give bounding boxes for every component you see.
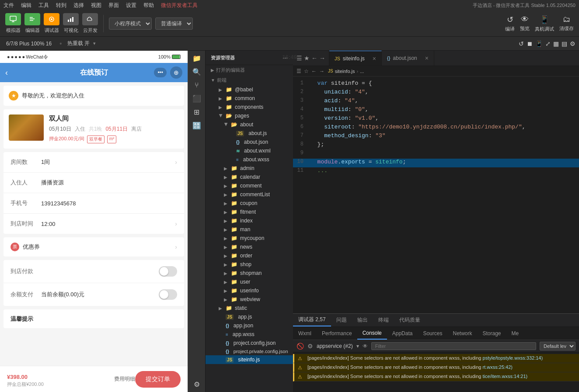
menu-interface[interactable]: 界面 [108, 2, 119, 9]
console-level-select[interactable]: Default lev [540, 342, 576, 350]
bc-bookmark-icon[interactable]: ☆ [304, 68, 309, 74]
debugger-btn[interactable]: 调试器 [44, 13, 59, 34]
tab-menu-icon[interactable]: ☰ [296, 55, 302, 62]
real-device-btn[interactable]: 📱 真机调试 [535, 15, 554, 32]
code-editor[interactable]: 1 var siteinfo = { 2 uniacid: "4", 3 aci… [293, 76, 579, 313]
split-icon[interactable]: ▤ [562, 40, 567, 47]
devtools-me[interactable]: Me [506, 327, 524, 340]
folder-comment[interactable]: ▶ 📁 comment [206, 181, 293, 190]
console-settings-icon[interactable]: ⚙ [307, 343, 313, 350]
devtools-sources[interactable]: Sources [418, 327, 447, 340]
cloud-btn[interactable]: 云开发 [82, 13, 98, 34]
room-count-row[interactable]: 房间数 1间 › [3, 152, 184, 173]
bc-menu-icon[interactable]: ☰ [296, 68, 301, 74]
hotel-payment-toggle[interactable] [159, 266, 177, 277]
folder-admin[interactable]: ▶ 📁 admin [206, 164, 293, 173]
tab-siteinfo-close[interactable]: × [373, 55, 376, 62]
expand-icon[interactable]: ⤢ [545, 40, 551, 47]
submit-btn[interactable]: 提交订单 [135, 371, 181, 388]
file-project-private[interactable]: ▶ {} project.private.config.json [206, 347, 293, 355]
menu-view[interactable]: 视图 [91, 2, 101, 9]
layout-icon[interactable]: ▦ [553, 40, 559, 47]
tab-terminal[interactable]: 终端 [373, 314, 394, 326]
file-app-wxss[interactable]: ▶ ≡ app.wxss [206, 330, 293, 339]
home-btn[interactable]: ⊕ [170, 66, 182, 79]
tab-pin-icon[interactable]: ★ [304, 55, 310, 62]
folder-shopman[interactable]: ▶ 📁 shopman [206, 269, 293, 278]
folder-news[interactable]: ▶ 📁 news [206, 243, 293, 251]
bc-dots[interactable]: ... [360, 69, 364, 74]
devtools-console[interactable]: Console [357, 327, 387, 340]
search-activity-icon[interactable]: 🔍 [192, 68, 201, 76]
folder-components[interactable]: ▶ 📁 components [206, 103, 293, 111]
folder-shop[interactable]: ▶ 📁 shop [206, 260, 293, 269]
preview-btn[interactable]: 👁 预览 [520, 15, 530, 32]
menu-tools[interactable]: 工具 [38, 2, 49, 9]
bc-forward-icon[interactable]: → [319, 68, 324, 74]
console-link-1[interactable]: pstyle/topstyle.wxss:332:14) [483, 355, 543, 361]
folder-fitment[interactable]: ▶ 📁 fitment [206, 208, 293, 216]
back-btn[interactable]: ‹ [5, 68, 8, 77]
folder-static[interactable]: ▶ 📁 static [206, 304, 293, 312]
file-app-json[interactable]: ▶ {} app.json [206, 321, 293, 330]
clear-cache-btn[interactable]: 🗂 清缓存 [559, 15, 574, 32]
folder-common[interactable]: ▶ 📁 common [206, 94, 293, 103]
menu-edit[interactable]: 编辑 [21, 2, 31, 9]
file-project-config[interactable]: ▶ {} project.config.json [206, 339, 293, 347]
folder-commentlist[interactable]: ▶ 📁 commentList [206, 190, 293, 199]
tab-output[interactable]: 输出 [352, 314, 373, 326]
file-about-json[interactable]: ▶ {} about.json [206, 138, 293, 146]
git-icon[interactable]: ⑂ [195, 81, 199, 89]
file-app-js[interactable]: ▶ JS app.js [206, 312, 293, 321]
simulator-btn[interactable]: 模拟器 [5, 13, 21, 34]
tab-siteinfo[interactable]: JS siteinfo.js × [329, 51, 382, 66]
bc-back-icon[interactable]: ← [311, 68, 317, 74]
menu-file[interactable]: 文件 [3, 2, 14, 9]
menu-wechat[interactable]: 微信开发者工具 [161, 2, 198, 9]
arrival-time-row[interactable]: 到店时间 12:00 › [3, 214, 184, 234]
tab-code-quality[interactable]: 代码质量 [394, 314, 426, 326]
root-section[interactable]: ▼ 前端 [206, 75, 293, 85]
tab-about-json[interactable]: {} about.json × [382, 51, 434, 66]
hot-reload-arrow[interactable]: ▾ [93, 41, 96, 46]
tab-problems[interactable]: 问题 [331, 314, 352, 326]
tab-nav-back[interactable]: ← [311, 55, 317, 62]
stop-icon[interactable]: ⏹ [527, 40, 533, 47]
dots-icon[interactable]: ⚙ [570, 40, 576, 47]
file-about-wxml[interactable]: ▶ ≋ about.wxml [206, 146, 293, 155]
devtools-performance[interactable]: Performance [317, 327, 357, 340]
balance-payment-toggle[interactable] [159, 289, 177, 300]
tab-about-json-close[interactable]: × [425, 55, 429, 62]
folder-order[interactable]: ▶ 📁 order [206, 251, 293, 260]
console-eye-icon[interactable]: 👁 [363, 343, 368, 349]
device-icon[interactable]: 📱 [535, 40, 543, 47]
devtools-storage[interactable]: Storage [477, 327, 506, 340]
tab-debugger[interactable]: 调试器 2,57 [293, 314, 331, 326]
devtools-appdata[interactable]: AppData [387, 327, 418, 340]
terminal-icon[interactable]: ⬛ [192, 94, 201, 103]
editor-btn[interactable]: 编辑器 [24, 13, 40, 34]
folder-user[interactable]: ▶ 📁 user [206, 278, 293, 286]
folder-pages[interactable]: ▶ 📂 pages [206, 111, 293, 120]
folder-coupon[interactable]: ▶ 📁 coupon [206, 199, 293, 208]
folder-babel[interactable]: ▶ 📁 @babel [206, 85, 293, 94]
folder-webview[interactable]: ▶ 📁 webview [206, 295, 293, 304]
menu-select[interactable]: 选择 [73, 2, 84, 9]
refresh-icon[interactable]: ↺ [519, 40, 524, 47]
open-editors-section[interactable]: ▶ 打开的编辑器 [206, 65, 293, 75]
menu-help[interactable]: 帮助 [143, 2, 154, 9]
file-about-js[interactable]: ▶ JS about.js [206, 129, 293, 138]
tab-nav-forward[interactable]: → [319, 55, 325, 62]
menu-goto[interactable]: 转到 [56, 2, 66, 9]
appservice-arrow[interactable]: ▾ [356, 343, 359, 349]
folder-man[interactable]: ▶ 📁 man [206, 225, 293, 234]
console-link-2[interactable]: rt.wxss:25:42) [483, 364, 513, 370]
compile-btn[interactable]: ↺ 编译 [505, 15, 515, 32]
folder-about[interactable]: ▶ 📂 about [206, 120, 293, 129]
hot-reload-btn[interactable]: 热重载 开 [67, 40, 90, 47]
coupon-row[interactable]: 票 优惠券 › [3, 237, 184, 257]
detail-btn[interactable]: 费用明细 [114, 375, 135, 383]
compile-select[interactable]: 普通编译 [155, 17, 193, 30]
console-clear-icon[interactable]: 🚫 [296, 343, 304, 350]
menu-settings[interactable]: 设置 [126, 2, 136, 9]
